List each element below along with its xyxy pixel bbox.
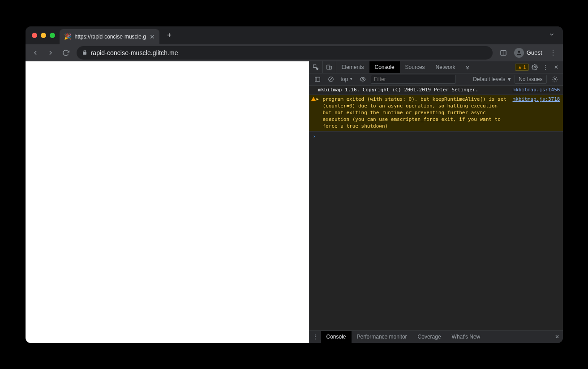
- console-prompt[interactable]: ›: [309, 132, 563, 142]
- console-toolbar: top ▼ Default levels ▼ No Issues: [309, 73, 563, 86]
- maximize-window-button[interactable]: [50, 33, 55, 38]
- window-controls: [29, 33, 60, 38]
- side-panel-button[interactable]: [497, 47, 510, 59]
- browser-toolbar: rapid-concise-muscle.glitch.me Guest ⋮: [26, 44, 563, 61]
- tab-title: https://rapid-concise-muscle.g: [75, 34, 146, 40]
- browser-menu-button[interactable]: ⋮: [547, 48, 559, 57]
- browser-tab[interactable]: 🎉 https://rapid-concise-muscle.g ✕: [60, 29, 159, 44]
- more-tabs-button[interactable]: [461, 61, 474, 73]
- reload-button[interactable]: [60, 47, 72, 59]
- tab-strip: 🎉 https://rapid-concise-muscle.g ✕ ＋: [26, 26, 563, 44]
- close-window-button[interactable]: [32, 33, 37, 38]
- avatar-icon: [514, 48, 524, 58]
- tab-network[interactable]: Network: [430, 61, 461, 73]
- log-message: program exited (with status: 0), but kee…: [318, 96, 509, 129]
- drawer-tab-console[interactable]: Console: [321, 331, 352, 343]
- devtools-settings-button[interactable]: [530, 64, 540, 70]
- lock-icon: [82, 50, 87, 56]
- levels-label: Default levels: [473, 76, 505, 82]
- warning-icon: ▲: [518, 65, 522, 69]
- device-toolbar-button[interactable]: [323, 61, 336, 73]
- tab-console[interactable]: Console: [369, 61, 400, 73]
- log-source-link[interactable]: mkbitmap.js:3718: [509, 96, 560, 129]
- devtools-tabbar: Elements Console Sources Network ▲ 1 ⋮: [309, 61, 563, 73]
- profile-label: Guest: [527, 49, 542, 56]
- devtools-menu-button[interactable]: ⋮: [541, 64, 550, 70]
- minimize-window-button[interactable]: [41, 33, 46, 38]
- tab-sources[interactable]: Sources: [400, 61, 430, 73]
- devtools-panel: Elements Console Sources Network ▲ 1 ⋮: [309, 61, 563, 343]
- expand-caret-icon[interactable]: ▶: [317, 96, 319, 102]
- svg-rect-5: [329, 66, 331, 69]
- svg-rect-4: [327, 65, 330, 69]
- inspect-element-button[interactable]: [309, 61, 323, 73]
- dropdown-icon: ▼: [349, 77, 353, 81]
- svg-line-10: [329, 77, 332, 81]
- log-source-link[interactable]: mkbitmap.js:1456: [509, 87, 560, 94]
- warnings-count: 1: [523, 64, 526, 70]
- log-levels-selector[interactable]: Default levels ▼: [473, 76, 512, 82]
- context-label: top: [341, 76, 348, 82]
- clear-console-button[interactable]: [326, 76, 336, 82]
- browser-window: 🎉 https://rapid-concise-muscle.g ✕ ＋ rap…: [26, 26, 563, 343]
- url-text: rapid-concise-muscle.glitch.me: [91, 49, 178, 56]
- content-area: Elements Console Sources Network ▲ 1 ⋮: [26, 61, 563, 343]
- tab-search-button[interactable]: [544, 31, 559, 39]
- drawer-tab-coverage[interactable]: Coverage: [412, 331, 446, 343]
- tab-favicon-icon: 🎉: [64, 33, 71, 40]
- console-settings-button[interactable]: [549, 76, 560, 82]
- page-viewport[interactable]: [26, 61, 309, 343]
- svg-point-6: [534, 66, 536, 68]
- execution-context-selector[interactable]: top ▼: [339, 76, 355, 82]
- console-log-row[interactable]: mkbitmap 1.16. Copyright (C) 2001-2019 P…: [309, 86, 563, 95]
- devtools-close-button[interactable]: ✕: [551, 64, 561, 70]
- log-message: mkbitmap 1.16. Copyright (C) 2001-2019 P…: [318, 87, 509, 94]
- svg-point-12: [554, 78, 556, 80]
- address-bar[interactable]: rapid-concise-muscle.glitch.me: [77, 46, 493, 60]
- back-button[interactable]: [29, 47, 42, 59]
- filter-input[interactable]: [374, 76, 453, 82]
- live-expression-button[interactable]: [357, 76, 368, 82]
- tab-close-icon[interactable]: ✕: [150, 33, 155, 40]
- drawer-close-button[interactable]: ✕: [551, 331, 563, 343]
- new-tab-button[interactable]: ＋: [163, 29, 176, 42]
- svg-point-2: [518, 51, 520, 53]
- console-warning-row[interactable]: ▶ program exited (with status: 0), but k…: [309, 95, 563, 131]
- svg-rect-3: [313, 64, 316, 67]
- svg-rect-7: [315, 77, 320, 81]
- warnings-badge[interactable]: ▲ 1: [515, 64, 528, 71]
- dropdown-icon: ▼: [506, 76, 512, 82]
- forward-button[interactable]: [44, 47, 57, 59]
- drawer-tab-performance-monitor[interactable]: Performance monitor: [352, 331, 412, 343]
- profile-chip[interactable]: Guest: [512, 48, 544, 58]
- svg-point-11: [362, 78, 364, 80]
- svg-rect-0: [501, 50, 506, 55]
- drawer-menu-button[interactable]: ⋮: [309, 331, 321, 343]
- console-filter-input[interactable]: [371, 75, 456, 84]
- devtools-drawer: ⋮ Console Performance monitor Coverage W…: [309, 330, 563, 343]
- tab-elements[interactable]: Elements: [336, 61, 369, 73]
- issues-button[interactable]: No Issues: [515, 75, 546, 84]
- console-sidebar-toggle[interactable]: [312, 76, 323, 82]
- drawer-tab-whats-new[interactable]: What's New: [446, 331, 486, 343]
- console-output: mkbitmap 1.16. Copyright (C) 2001-2019 P…: [309, 86, 563, 330]
